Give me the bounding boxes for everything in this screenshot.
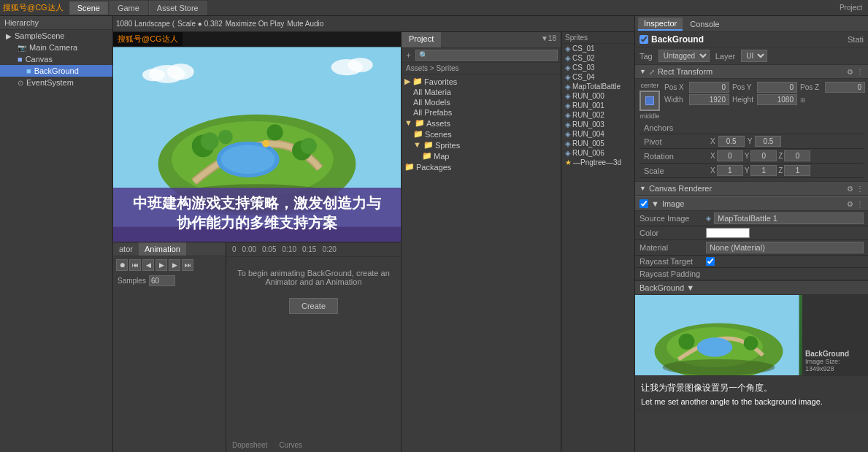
anim-step-fwd-btn[interactable]: ▶ bbox=[169, 259, 180, 271]
sprite-run004[interactable]: ◈ RUN_004 bbox=[562, 129, 634, 139]
anim-record-btn[interactable]: ⏺ bbox=[116, 259, 128, 271]
scale-y-input[interactable] bbox=[750, 165, 777, 176]
ptree-packages[interactable]: 📁 Packages bbox=[402, 161, 561, 172]
sprites-label: Sprites bbox=[435, 141, 460, 150]
component-name-label: BackGround bbox=[651, 34, 845, 45]
rect-more-icon[interactable]: ⋮ bbox=[856, 68, 864, 76]
sprite-label-run005: RUN_005 bbox=[572, 139, 604, 148]
width-label: Width bbox=[664, 96, 686, 104]
rot-z-input[interactable] bbox=[784, 150, 810, 161]
material-input[interactable] bbox=[706, 242, 864, 253]
posx-input[interactable] bbox=[689, 82, 729, 93]
sprite-pngtree[interactable]: ★ —Pngtree—3d bbox=[562, 158, 634, 167]
rotation-label: Rotation bbox=[644, 152, 706, 161]
raycast-target-checkbox[interactable] bbox=[706, 257, 715, 266]
image-section-header[interactable]: ▼ Image ⚙ ⋮ bbox=[635, 197, 868, 211]
ptree-scenes[interactable]: 📁 Scenes bbox=[402, 129, 561, 139]
rot-x-label: X bbox=[710, 152, 715, 160]
ptree-all-materials[interactable]: All Materia bbox=[402, 87, 561, 97]
width-input[interactable] bbox=[689, 94, 729, 105]
sprite-run000[interactable]: ◈ RUN_000 bbox=[562, 91, 634, 101]
anim-tab-ator[interactable]: ator bbox=[113, 242, 139, 256]
hierarchy-item-canvas[interactable]: ■ Canvas bbox=[0, 53, 112, 65]
sprite-cs04[interactable]: ◈ CS_04 bbox=[562, 72, 634, 82]
map-label: Map bbox=[434, 152, 449, 161]
ptree-favorites[interactable]: ▶ 📁 Favorites bbox=[402, 76, 561, 87]
plus-icon[interactable]: ＋ bbox=[404, 50, 412, 61]
canvas-renderer-header[interactable]: ▼ Canvas Renderer ⚙ ⋮ bbox=[635, 182, 868, 196]
sprite-run003[interactable]: ◈ RUN_003 bbox=[562, 120, 634, 129]
sprites-header: Sprites bbox=[562, 32, 634, 44]
pivot-y-input[interactable] bbox=[755, 136, 781, 147]
sprite-maptotal[interactable]: ◈ MapTotalBattle bbox=[562, 82, 634, 91]
project-search-input[interactable] bbox=[415, 50, 558, 61]
image-active-checkbox[interactable] bbox=[640, 199, 648, 208]
inspector-tab[interactable]: Inspector bbox=[638, 18, 683, 31]
pos-fields: Pos X Pos Y Pos Z Width Height ⊞ bbox=[664, 82, 865, 105]
svg-point-5 bbox=[347, 58, 372, 72]
scene-tab[interactable]: Scene bbox=[69, 1, 108, 15]
anim-tab-animation[interactable]: Animation bbox=[139, 242, 186, 256]
console-tab[interactable]: Console bbox=[684, 18, 725, 30]
canvas-more-icon[interactable]: ⋮ bbox=[856, 185, 864, 193]
source-image-input[interactable] bbox=[714, 212, 864, 224]
sprite-cs01[interactable]: ◈ CS_01 bbox=[562, 44, 634, 53]
ptree-all-models[interactable]: All Models bbox=[402, 97, 561, 107]
scale-z-input[interactable] bbox=[784, 165, 810, 176]
hierarchy-item-background[interactable]: ■ BackGround bbox=[0, 65, 112, 77]
canvas-settings-icon[interactable]: ⚙ bbox=[847, 185, 853, 193]
game-tab[interactable]: Game bbox=[110, 1, 147, 15]
subtitle-overlay: 中班建构游戏支持策略，激发创造力与协作能力的多维支持方案 bbox=[113, 188, 401, 242]
image-settings-icon[interactable]: ⚙ bbox=[847, 200, 853, 208]
sprite-run002[interactable]: ◈ RUN_002 bbox=[562, 110, 634, 120]
tag-select[interactable]: Untagged bbox=[658, 50, 710, 62]
hierarchy-item-samplescene[interactable]: ▶ SampleScene bbox=[0, 30, 112, 42]
ptree-sprites[interactable]: ▼ 📁 Sprites bbox=[402, 139, 561, 150]
anim-step-back-btn[interactable]: ◀ bbox=[142, 259, 154, 271]
hierarchy-item-maincamera[interactable]: 📷 Main Camera bbox=[0, 42, 112, 53]
posz-label: Pos Z bbox=[800, 83, 822, 91]
rot-y-input[interactable] bbox=[750, 150, 777, 161]
pivot-x-input[interactable] bbox=[718, 136, 745, 147]
posz-input[interactable] bbox=[825, 82, 865, 93]
sprite-label-maptotal: MapTotalBattle bbox=[572, 83, 621, 91]
ptree-map[interactable]: 📁 Map bbox=[402, 150, 561, 161]
maximize-label: Maximize On Play bbox=[226, 20, 285, 28]
sprite-cs02[interactable]: ◈ CS_02 bbox=[562, 53, 634, 63]
pivot-center-label: center bbox=[640, 82, 658, 89]
anim-create-btn[interactable]: Create bbox=[289, 298, 338, 314]
anim-samples-input[interactable] bbox=[149, 275, 175, 286]
raycast-padding-label: Raycast Padding bbox=[640, 269, 702, 278]
project-tab-top[interactable]: Project bbox=[837, 4, 865, 12]
rect-settings-icon[interactable]: ⚙ bbox=[847, 68, 853, 76]
posy-input[interactable] bbox=[757, 82, 797, 93]
sprite-run005[interactable]: ◈ RUN_005 bbox=[562, 139, 634, 148]
height-input[interactable] bbox=[757, 94, 797, 105]
sprite-cs03[interactable]: ◈ CS_03 bbox=[562, 63, 634, 72]
canvas-renderer-label: Canvas Renderer bbox=[649, 184, 712, 193]
ptree-all-prefabs[interactable]: All Prefabs bbox=[402, 107, 561, 118]
sprite-run001[interactable]: ◈ RUN_001 bbox=[562, 101, 634, 110]
asset-store-tab[interactable]: Asset Store bbox=[149, 1, 207, 15]
color-swatch[interactable] bbox=[706, 228, 750, 238]
scale-x-input[interactable] bbox=[717, 165, 743, 176]
camera-icon: 📷 bbox=[18, 44, 26, 52]
svg-point-24 bbox=[663, 359, 775, 375]
hierarchy-item-eventsystem[interactable]: ⊙ EventSystem bbox=[0, 77, 112, 88]
rot-x-input[interactable] bbox=[717, 150, 743, 161]
anim-prev-btn[interactable]: ⏮ bbox=[129, 259, 141, 271]
ptree-assets[interactable]: ▼ 📁 Assets bbox=[402, 118, 561, 129]
main-layout: Hierarchy ▶ SampleScene 📷 Main Camera ■ … bbox=[0, 16, 868, 452]
anim-play-btn[interactable]: ▶ bbox=[155, 259, 167, 271]
scene-view: 搜狐号@CG达人 bbox=[113, 32, 401, 242]
sprite-run006[interactable]: ◈ RUN_006 bbox=[562, 148, 634, 158]
rect-transform-header[interactable]: ▼ ⤢ Rect Transform ⚙ ⋮ bbox=[635, 65, 868, 79]
anchor-center-box[interactable] bbox=[640, 91, 660, 111]
image-more-icon[interactable]: ⋮ bbox=[856, 200, 864, 208]
project-tab[interactable]: Project bbox=[402, 32, 441, 47]
scene-toolbar: 1080 Landscape ( Scale ● 0.382 Maximize … bbox=[113, 16, 634, 32]
component-active-checkbox[interactable] bbox=[640, 35, 648, 44]
layer-select[interactable]: UI bbox=[741, 50, 767, 62]
anim-next-btn[interactable]: ⏭ bbox=[182, 259, 193, 271]
posx-row: Pos X Pos Y Pos Z bbox=[664, 82, 865, 93]
